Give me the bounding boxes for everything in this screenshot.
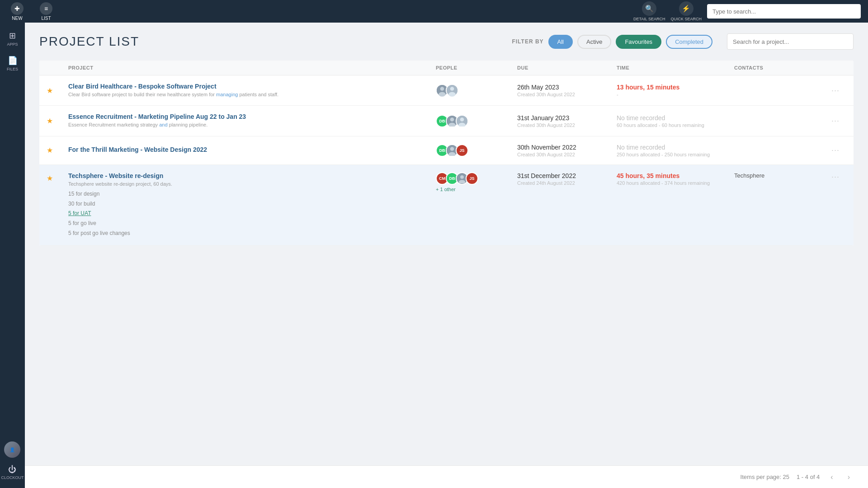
- detail-line-3[interactable]: 5 for UAT: [68, 210, 91, 216]
- svg-point-5: [448, 92, 455, 97]
- star-cell: ★: [47, 117, 68, 125]
- user-avatar[interactable]: 👤: [4, 441, 20, 458]
- svg-point-13: [450, 147, 454, 151]
- sidebar: ⊞ APPS 📄 FILES 👤 ⏻ CLOCKOUT: [0, 23, 25, 488]
- svg-point-2: [439, 92, 445, 97]
- managing-link[interactable]: managing: [216, 92, 238, 97]
- project-detail: 15 for design 30 for build 5 for UAT 5 f…: [68, 189, 436, 238]
- topbar: ✚ NEW ≡ LIST 🔍 DETAIL SEARCH ⚡ QUICK SEA…: [0, 0, 868, 23]
- more-options-button[interactable]: ···: [825, 116, 846, 126]
- items-per-page-text: Items per page:: [741, 474, 781, 480]
- svg-point-16: [460, 175, 464, 179]
- col-people-header: PEOPLE: [436, 65, 517, 70]
- due-cell: 26th May 2023 Created 30th August 2022: [517, 84, 617, 97]
- col-actions: [825, 65, 846, 70]
- project-cell: Techsphere - Website re-design Techspher…: [68, 172, 436, 238]
- clockout-button[interactable]: ⏻ CLOCKOUT: [1, 461, 24, 483]
- project-name[interactable]: For the Thrill Marketing - Website Desig…: [68, 146, 436, 153]
- quick-search-button[interactable]: ⚡ QUICK SEARCH: [670, 1, 702, 21]
- detail-search-button[interactable]: 🔍 DETAIL SEARCH: [633, 1, 665, 21]
- filter-completed-button[interactable]: Completed: [666, 35, 712, 49]
- time-main: 45 hours, 35 minutes: [617, 172, 734, 179]
- col-star: [47, 65, 68, 70]
- filter-all-button[interactable]: All: [548, 35, 573, 49]
- due-cell: 30th November 2022 Created 30th August 2…: [517, 144, 617, 157]
- pagination-next-button[interactable]: ›: [844, 471, 854, 483]
- created-date: Created 30th August 2022: [517, 122, 617, 128]
- list-button[interactable]: ≡ LIST: [36, 0, 56, 23]
- items-per-page-value: 25: [783, 474, 789, 480]
- avatar-initials: 👤: [4, 441, 20, 458]
- star-icon[interactable]: ★: [47, 174, 53, 182]
- due-date: 30th November 2022: [517, 144, 617, 151]
- contact-name: Techsphere: [734, 172, 764, 179]
- footer: Items per page: 25 1 - 4 of 4 ‹ ›: [25, 465, 868, 488]
- pagination-prev-button[interactable]: ‹: [827, 471, 836, 483]
- due-date: 26th May 2023: [517, 84, 617, 91]
- files-icon: 📄: [8, 56, 18, 66]
- people-cell: DB: [436, 115, 517, 127]
- filter-active-button[interactable]: Active: [577, 35, 611, 49]
- detail-line-5: 5 for post go live changes: [68, 230, 130, 236]
- detail-search-icon: 🔍: [642, 1, 656, 16]
- project-name[interactable]: Essence Recruitment - Marketing Pipeline…: [68, 113, 436, 120]
- col-project-header: PROJECT: [68, 65, 436, 70]
- people-avatars: CM DB JS: [436, 172, 517, 185]
- time-cell: 45 hours, 35 minutes 420 hours allocated…: [617, 172, 734, 186]
- avatar: [456, 115, 468, 127]
- filter-favourites-button[interactable]: Favourites: [616, 35, 661, 49]
- people-more-link[interactable]: + 1 other: [436, 187, 456, 192]
- created-date: Created 24th August 2022: [517, 180, 617, 186]
- star-icon[interactable]: ★: [47, 146, 53, 154]
- star-icon[interactable]: ★: [47, 117, 53, 125]
- time-cell: 13 hours, 15 minutes -: [617, 84, 734, 97]
- new-button[interactable]: ✚ NEW: [7, 0, 27, 23]
- contacts-cell: Techsphere: [734, 172, 825, 179]
- project-name[interactable]: Techsphere - Website re-design: [68, 172, 436, 179]
- people-cell: DB JS: [436, 144, 517, 157]
- more-options-button[interactable]: ···: [825, 172, 846, 182]
- star-icon[interactable]: ★: [47, 87, 53, 94]
- new-icon: ✚: [11, 2, 24, 15]
- created-date: Created 30th August 2022: [517, 92, 617, 97]
- people-cell: [436, 84, 517, 97]
- col-contacts-header: CONTACTS: [734, 65, 825, 70]
- avatar: JS: [456, 144, 468, 157]
- clockout-label: CLOCKOUT: [1, 475, 24, 480]
- clockout-icon: ⏻: [8, 465, 16, 474]
- list-label: LIST: [41, 16, 51, 21]
- project-name[interactable]: Clear Bird Healthcare - Bespoke Software…: [68, 83, 436, 90]
- sidebar-item-apps[interactable]: ⊞ APPS: [0, 27, 25, 50]
- time-main: 13 hours, 15 minutes: [617, 84, 734, 91]
- time-sub: 60 hours allocated - 60 hours remaining: [617, 122, 734, 128]
- people-cell: CM DB JS + 1 other: [436, 172, 517, 193]
- project-cell: For the Thrill Marketing - Website Desig…: [68, 146, 436, 155]
- time-sub: 250 hours allocated - 250 hours remainin…: [617, 152, 734, 157]
- topbar-search-input[interactable]: [707, 4, 861, 19]
- sidebar-bottom: 👤 ⏻ CLOCKOUT: [1, 441, 24, 483]
- filter-section: FILTER BY All Active Favourites Complete…: [512, 35, 712, 49]
- time-cell: No time recorded 250 hours allocated - 2…: [617, 144, 734, 157]
- and-link[interactable]: and: [159, 122, 167, 127]
- table-row: ★ For the Thrill Marketing - Website Des…: [39, 136, 854, 165]
- star-cell: ★: [47, 146, 68, 155]
- detail-search-label: DETAIL SEARCH: [633, 17, 665, 21]
- star-cell: ★: [47, 172, 68, 183]
- files-label: FILES: [7, 67, 18, 71]
- more-options-button[interactable]: ···: [825, 86, 846, 95]
- due-cell: 31st December 2022 Created 24th August 2…: [517, 172, 617, 186]
- star-cell: ★: [47, 86, 68, 95]
- search-project-input[interactable]: [727, 33, 854, 50]
- topbar-right: 🔍 DETAIL SEARCH ⚡ QUICK SEARCH: [633, 1, 861, 21]
- quick-search-icon: ⚡: [679, 1, 693, 16]
- time-sub: 420 hours allocated - 374 hours remainin…: [617, 180, 734, 186]
- sidebar-item-files[interactable]: 📄 FILES: [0, 52, 25, 75]
- project-description: Clear Bird software project to build the…: [68, 91, 436, 98]
- time-main: No time recorded: [617, 114, 734, 122]
- new-label: NEW: [12, 16, 22, 21]
- items-per-page-label: Items per page: 25: [741, 474, 789, 480]
- filter-by-label: FILTER BY: [512, 38, 543, 45]
- detail-line-1: 15 for design: [68, 191, 99, 197]
- more-options-button[interactable]: ···: [825, 145, 846, 155]
- detail-line-2: 30 for build: [68, 201, 95, 207]
